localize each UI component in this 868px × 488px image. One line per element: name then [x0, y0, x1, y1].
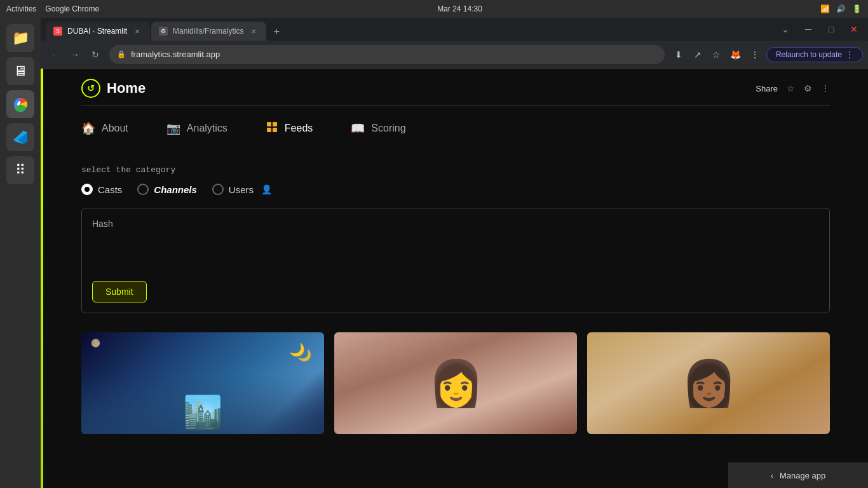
scoring-icon: 📖 [351, 121, 365, 135]
radio-users-circle [212, 184, 224, 195]
dock-item-files[interactable]: 📁 [6, 24, 34, 52]
svg-rect-2 [267, 122, 271, 126]
address-bar[interactable]: 🔒 framalytics.streamlit.app [109, 45, 665, 64]
site-logo: ↺ Home [81, 79, 146, 98]
gallery-item-face2: 👩🏾 [587, 332, 830, 434]
reload-button[interactable]: ↻ [86, 46, 104, 64]
tab-streamlit-label: DUBAI · Streamlit [67, 27, 127, 36]
site-title: Home [107, 80, 146, 97]
extension-icon[interactable]: 🦊 [727, 46, 745, 64]
nav-scoring[interactable]: 📖 Scoring [351, 118, 405, 139]
star-icon[interactable]: ☆ [787, 83, 795, 93]
tab-list-button[interactable]: ⌄ [776, 20, 794, 38]
nav-menu: 🏠 About 📷 Analytics [81, 106, 830, 150]
maximize-button[interactable]: □ [822, 20, 840, 38]
site-header: ↺ Home Share ☆ ⚙ ⋮ [81, 69, 830, 106]
github-favicon: ⚙ [159, 27, 168, 36]
manage-app-label: Manage app [780, 471, 825, 480]
volume-icon: 🔊 [836, 4, 846, 13]
lock-icon: 🔒 [117, 50, 126, 58]
activities-label[interactable]: Activities [6, 4, 36, 13]
wifi-icon: 📶 [820, 4, 830, 13]
users-icon: 👤 [261, 184, 272, 194]
radio-channels-label: Channels [154, 184, 197, 195]
tab-bar: S DUBAI · Streamlit ✕ ⚙ Manidills/Framal… [41, 18, 868, 41]
download-page-icon[interactable]: ⬇ [670, 46, 688, 64]
relaunch-menu-icon: ⋮ [846, 50, 853, 59]
header-actions: Share ☆ ⚙ ⋮ [756, 83, 830, 93]
tab-streamlit[interactable]: S DUBAI · Streamlit ✕ [46, 22, 150, 41]
nav-scoring-label: Scoring [371, 123, 405, 134]
radio-users-label: Users [229, 184, 254, 195]
logo-icon: ↺ [81, 79, 100, 98]
dock-item-chrome[interactable] [6, 90, 34, 118]
github-link-icon[interactable]: ⚙ [804, 83, 812, 93]
nav-feeds[interactable]: Feeds [266, 116, 313, 140]
forward-button[interactable]: → [66, 46, 84, 64]
dock-item-vscode[interactable] [6, 123, 34, 151]
about-icon: 🏠 [81, 121, 95, 135]
dock-item-terminal[interactable]: 🖥 [6, 57, 34, 85]
radio-channels-circle [137, 184, 149, 195]
close-window-button[interactable]: ✕ [845, 20, 863, 38]
datetime: Mar 24 14:30 [437, 4, 482, 13]
radio-channels[interactable]: Channels [137, 184, 197, 195]
address-bar-row: ← → ↻ 🔒 framalytics.streamlit.app ⬇ ↗ ☆ … [41, 41, 868, 69]
manage-app-chevron-icon: ‹ [771, 471, 773, 480]
relaunch-label: Relaunch to update [776, 50, 842, 59]
svg-rect-3 [273, 122, 277, 126]
streamlit-favicon: S [53, 27, 62, 36]
os-taskbar: Activities Google Chrome Mar 24 14:30 📶 … [0, 0, 868, 18]
radio-casts[interactable]: Casts [81, 184, 122, 195]
image-gallery: 🌕 🌙 🏙️ 👩 👩🏾 [81, 332, 830, 434]
share-button[interactable]: Share [756, 84, 778, 93]
browser-content: ↺ Home Share ☆ ⚙ ⋮ 🏠 About 📷 Ana [41, 69, 868, 488]
radio-casts-label: Casts [98, 184, 122, 195]
category-label: select the category [81, 165, 830, 175]
radio-casts-circle [81, 184, 93, 195]
hash-form: Hash Submit [81, 208, 830, 313]
back-button[interactable]: ← [46, 46, 64, 64]
svg-rect-5 [273, 128, 277, 132]
url-text: framalytics.streamlit.app [131, 50, 220, 59]
tab-github[interactable]: ⚙ Manidills/Framalytics ✕ [151, 22, 266, 41]
nav-feeds-label: Feeds [285, 123, 313, 134]
sidebar-accent [41, 69, 43, 488]
manage-app-bar[interactable]: ‹ Manage app [728, 463, 868, 488]
minimize-button[interactable]: ─ [799, 20, 817, 38]
radio-group: Casts Channels Users 👤 [81, 184, 830, 195]
tab-github-close[interactable]: ✕ [248, 26, 259, 36]
more-icon[interactable]: ⋮ [746, 46, 764, 64]
nav-analytics[interactable]: 📷 Analytics [166, 118, 227, 139]
hash-input[interactable] [92, 235, 819, 273]
nav-analytics-label: Analytics [187, 123, 227, 134]
hash-label: Hash [92, 219, 819, 229]
relaunch-button[interactable]: Relaunch to update ⋮ [766, 47, 863, 62]
nav-about[interactable]: 🏠 About [81, 118, 128, 139]
new-tab-button[interactable]: + [268, 23, 285, 41]
tab-github-label: Manidills/Framalytics [173, 27, 243, 36]
bookmark-icon[interactable]: ☆ [708, 46, 726, 64]
analytics-icon: 📷 [166, 121, 180, 135]
gallery-item-space: 🌕 🌙 🏙️ [81, 332, 324, 434]
category-section: select the category Casts Channels [81, 165, 830, 434]
svg-rect-4 [267, 128, 271, 132]
main-content: ↺ Home Share ☆ ⚙ ⋮ 🏠 About 📷 Ana [43, 69, 868, 488]
nav-about-label: About [102, 123, 128, 134]
tab-streamlit-close[interactable]: ✕ [132, 26, 142, 36]
feeds-icon [266, 120, 278, 136]
share-icon[interactable]: ↗ [689, 46, 707, 64]
gallery-item-face1: 👩 [334, 332, 577, 434]
more-options-icon[interactable]: ⋮ [821, 83, 830, 93]
dock-item-grid[interactable]: ⠿ [6, 156, 34, 184]
toolbar-icons: ⬇ ↗ ☆ 🦊 ⋮ [670, 46, 764, 64]
app-name: Google Chrome [45, 4, 99, 13]
battery-icon: 🔋 [852, 4, 862, 13]
radio-users[interactable]: Users 👤 [212, 184, 272, 195]
os-dock: 📁 🖥 ⠿ [0, 18, 41, 488]
submit-button[interactable]: Submit [92, 281, 147, 302]
chrome-window: S DUBAI · Streamlit ✕ ⚙ Manidills/Framal… [41, 18, 868, 488]
